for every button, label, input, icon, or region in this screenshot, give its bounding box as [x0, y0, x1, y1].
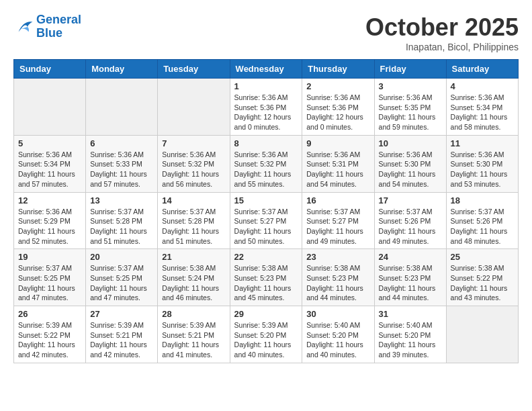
calendar-cell: 15Sunrise: 5:37 AM Sunset: 5:27 PM Dayli…	[230, 192, 302, 249]
calendar-cell: 31Sunrise: 5:40 AM Sunset: 5:20 PM Dayli…	[374, 306, 446, 363]
logo: General Blue	[13, 13, 81, 40]
calendar-table: SundayMondayTuesdayWednesdayThursdayFrid…	[13, 59, 519, 363]
day-number: 1	[234, 81, 298, 91]
calendar-cell: 2Sunrise: 5:36 AM Sunset: 5:36 PM Daylig…	[302, 79, 374, 136]
calendar-cell: 20Sunrise: 5:37 AM Sunset: 5:25 PM Dayli…	[86, 249, 158, 306]
day-info: Sunrise: 5:37 AM Sunset: 5:26 PM Dayligh…	[379, 207, 442, 246]
day-info: Sunrise: 5:37 AM Sunset: 5:28 PM Dayligh…	[90, 207, 153, 246]
day-number: 25	[451, 252, 514, 262]
day-info: Sunrise: 5:38 AM Sunset: 5:23 PM Dayligh…	[306, 263, 369, 303]
day-info: Sunrise: 5:37 AM Sunset: 5:27 PM Dayligh…	[306, 207, 369, 246]
day-info: Sunrise: 5:37 AM Sunset: 5:27 PM Dayligh…	[234, 207, 298, 246]
day-info: Sunrise: 5:39 AM Sunset: 5:21 PM Dayligh…	[90, 320, 153, 360]
day-info: Sunrise: 5:36 AM Sunset: 5:32 PM Dayligh…	[234, 150, 298, 189]
calendar-cell: 21Sunrise: 5:38 AM Sunset: 5:24 PM Dayli…	[158, 249, 230, 306]
day-number: 14	[162, 195, 225, 205]
day-number: 30	[306, 309, 369, 319]
calendar-cell: 23Sunrise: 5:38 AM Sunset: 5:23 PM Dayli…	[302, 249, 374, 306]
calendar-cell: 5Sunrise: 5:36 AM Sunset: 5:34 PM Daylig…	[14, 135, 86, 192]
calendar-cell	[14, 79, 86, 136]
month-title: October 2025	[365, 13, 519, 42]
day-number: 3	[379, 81, 442, 91]
day-number: 29	[234, 309, 298, 319]
calendar-cell: 28Sunrise: 5:39 AM Sunset: 5:21 PM Dayli…	[158, 306, 230, 363]
day-info: Sunrise: 5:37 AM Sunset: 5:25 PM Dayligh…	[18, 263, 81, 303]
day-number: 2	[306, 81, 369, 91]
calendar-cell	[446, 306, 518, 363]
day-number: 27	[90, 309, 153, 319]
day-number: 17	[379, 195, 442, 205]
day-info: Sunrise: 5:36 AM Sunset: 5:36 PM Dayligh…	[234, 93, 298, 132]
calendar-cell: 6Sunrise: 5:36 AM Sunset: 5:33 PM Daylig…	[86, 135, 158, 192]
day-number: 31	[379, 309, 442, 319]
logo-text: General Blue	[36, 13, 81, 40]
weekday-header: Friday	[374, 60, 446, 79]
location-subtitle: Inapatan, Bicol, Philippines	[365, 42, 519, 52]
day-number: 10	[379, 138, 442, 148]
day-info: Sunrise: 5:36 AM Sunset: 5:30 PM Dayligh…	[451, 150, 514, 189]
weekday-header: Tuesday	[158, 60, 230, 79]
day-number: 9	[306, 138, 369, 148]
calendar-cell: 24Sunrise: 5:38 AM Sunset: 5:23 PM Dayli…	[374, 249, 446, 306]
day-number: 12	[18, 195, 81, 205]
calendar-cell: 7Sunrise: 5:36 AM Sunset: 5:32 PM Daylig…	[158, 135, 230, 192]
day-info: Sunrise: 5:36 AM Sunset: 5:32 PM Dayligh…	[162, 150, 225, 189]
day-number: 8	[234, 138, 298, 148]
day-number: 7	[162, 138, 225, 148]
day-number: 11	[451, 138, 514, 148]
day-number: 15	[234, 195, 298, 205]
calendar-cell	[158, 79, 230, 136]
day-info: Sunrise: 5:40 AM Sunset: 5:20 PM Dayligh…	[379, 320, 442, 360]
weekday-header: Thursday	[302, 60, 374, 79]
day-number: 4	[451, 81, 514, 91]
weekday-header: Wednesday	[230, 60, 302, 79]
day-number: 19	[18, 252, 81, 262]
day-number: 6	[90, 138, 153, 148]
day-info: Sunrise: 5:38 AM Sunset: 5:22 PM Dayligh…	[451, 263, 514, 303]
day-number: 24	[379, 252, 442, 262]
day-number: 26	[18, 309, 81, 319]
calendar-cell: 12Sunrise: 5:36 AM Sunset: 5:29 PM Dayli…	[14, 192, 86, 249]
calendar-cell: 1Sunrise: 5:36 AM Sunset: 5:36 PM Daylig…	[230, 79, 302, 136]
day-info: Sunrise: 5:37 AM Sunset: 5:28 PM Dayligh…	[162, 207, 225, 246]
day-number: 22	[234, 252, 298, 262]
calendar-cell: 8Sunrise: 5:36 AM Sunset: 5:32 PM Daylig…	[230, 135, 302, 192]
day-info: Sunrise: 5:36 AM Sunset: 5:34 PM Dayligh…	[451, 93, 514, 132]
calendar-cell: 10Sunrise: 5:36 AM Sunset: 5:30 PM Dayli…	[374, 135, 446, 192]
calendar-cell: 30Sunrise: 5:40 AM Sunset: 5:20 PM Dayli…	[302, 306, 374, 363]
logo-icon	[13, 17, 34, 36]
day-info: Sunrise: 5:40 AM Sunset: 5:20 PM Dayligh…	[306, 320, 369, 360]
day-number: 23	[306, 252, 369, 262]
calendar-week-row: 26Sunrise: 5:39 AM Sunset: 5:22 PM Dayli…	[14, 306, 519, 363]
day-number: 28	[162, 309, 225, 319]
calendar-cell: 3Sunrise: 5:36 AM Sunset: 5:35 PM Daylig…	[374, 79, 446, 136]
day-info: Sunrise: 5:38 AM Sunset: 5:23 PM Dayligh…	[234, 263, 298, 303]
day-number: 20	[90, 252, 153, 262]
day-info: Sunrise: 5:39 AM Sunset: 5:22 PM Dayligh…	[18, 320, 81, 360]
calendar-week-row: 5Sunrise: 5:36 AM Sunset: 5:34 PM Daylig…	[14, 135, 519, 192]
calendar-cell: 16Sunrise: 5:37 AM Sunset: 5:27 PM Dayli…	[302, 192, 374, 249]
day-number: 18	[451, 195, 514, 205]
calendar-cell: 18Sunrise: 5:37 AM Sunset: 5:26 PM Dayli…	[446, 192, 518, 249]
day-info: Sunrise: 5:37 AM Sunset: 5:25 PM Dayligh…	[90, 263, 153, 303]
calendar-week-row: 19Sunrise: 5:37 AM Sunset: 5:25 PM Dayli…	[14, 249, 519, 306]
calendar-cell: 29Sunrise: 5:39 AM Sunset: 5:20 PM Dayli…	[230, 306, 302, 363]
weekday-header: Monday	[86, 60, 158, 79]
title-block: October 2025 Inapatan, Bicol, Philippine…	[365, 13, 519, 52]
calendar-header-row: SundayMondayTuesdayWednesdayThursdayFrid…	[14, 60, 519, 79]
calendar-cell: 13Sunrise: 5:37 AM Sunset: 5:28 PM Dayli…	[86, 192, 158, 249]
day-number: 16	[306, 195, 369, 205]
day-number: 5	[18, 138, 81, 148]
day-info: Sunrise: 5:37 AM Sunset: 5:26 PM Dayligh…	[451, 207, 514, 246]
calendar-cell: 25Sunrise: 5:38 AM Sunset: 5:22 PM Dayli…	[446, 249, 518, 306]
calendar-cell: 11Sunrise: 5:36 AM Sunset: 5:30 PM Dayli…	[446, 135, 518, 192]
weekday-header: Sunday	[14, 60, 86, 79]
calendar-cell: 14Sunrise: 5:37 AM Sunset: 5:28 PM Dayli…	[158, 192, 230, 249]
calendar-week-row: 1Sunrise: 5:36 AM Sunset: 5:36 PM Daylig…	[14, 79, 519, 136]
calendar-cell: 9Sunrise: 5:36 AM Sunset: 5:31 PM Daylig…	[302, 135, 374, 192]
weekday-header: Saturday	[446, 60, 518, 79]
calendar-cell	[86, 79, 158, 136]
page-header: General Blue October 2025 Inapatan, Bico…	[13, 13, 519, 52]
day-info: Sunrise: 5:38 AM Sunset: 5:24 PM Dayligh…	[162, 263, 225, 303]
day-info: Sunrise: 5:39 AM Sunset: 5:20 PM Dayligh…	[234, 320, 298, 360]
